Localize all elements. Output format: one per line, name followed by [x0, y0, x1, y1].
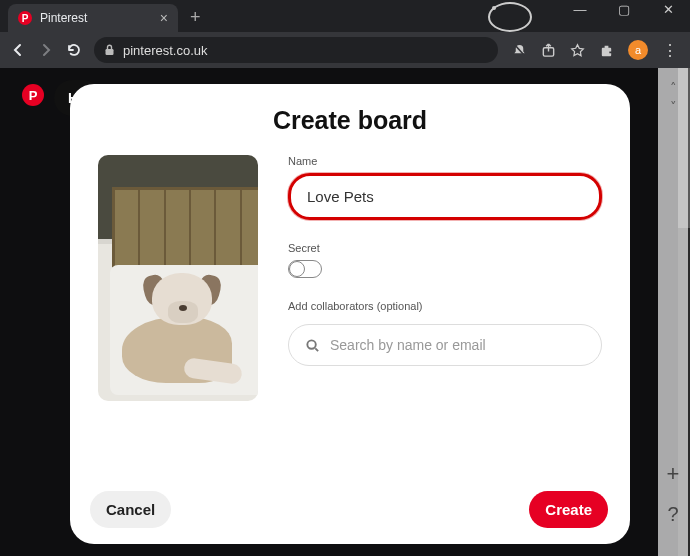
secret-label: Secret	[288, 242, 602, 254]
lock-icon	[104, 44, 115, 56]
tab-title: Pinterest	[40, 11, 87, 25]
chevron-up-icon[interactable]: ˄	[670, 80, 677, 95]
url-field[interactable]: pinterest.co.uk	[94, 37, 498, 63]
toggle-knob	[289, 261, 305, 277]
svg-line-4	[315, 348, 318, 351]
pinterest-logo[interactable]: P	[22, 84, 44, 106]
collaborator-search[interactable]	[288, 324, 602, 366]
secret-toggle[interactable]	[288, 260, 322, 278]
create-board-form: Name Secret Add collaborators (optional)	[288, 155, 602, 401]
collaborators-label: Add collaborators (optional)	[288, 300, 602, 312]
board-name-input[interactable]	[288, 173, 602, 220]
search-icon	[305, 338, 320, 353]
cancel-button[interactable]: Cancel	[90, 491, 171, 528]
minimize-button[interactable]: ―	[558, 0, 602, 24]
page-content: P Ho ˄ ˅ + ? Create board Name	[0, 68, 690, 556]
back-button[interactable]	[10, 42, 26, 58]
name-label: Name	[288, 155, 602, 167]
browser-menu-icon[interactable]: ⋮	[662, 41, 678, 60]
svg-point-3	[307, 340, 315, 348]
help-button[interactable]: ?	[667, 503, 678, 526]
close-tab-icon[interactable]: ×	[160, 10, 168, 26]
chevron-down-icon[interactable]: ˅	[670, 99, 677, 114]
bookmark-star-icon[interactable]	[570, 43, 585, 58]
window-controls: ― ▢ ✕	[488, 0, 690, 32]
browser-tab-pinterest[interactable]: P Pinterest ×	[8, 4, 178, 32]
extensions-icon[interactable]	[599, 43, 614, 58]
create-button[interactable]: Create	[529, 491, 608, 528]
tab-recording-icon	[488, 2, 532, 32]
address-bar: pinterest.co.uk a ⋮	[0, 32, 690, 68]
notifications-icon[interactable]	[512, 43, 527, 58]
svg-rect-0	[106, 49, 114, 55]
collaborator-search-input[interactable]	[330, 337, 585, 353]
maximize-button[interactable]: ▢	[602, 0, 646, 24]
share-icon[interactable]	[541, 43, 556, 58]
close-window-button[interactable]: ✕	[646, 0, 690, 24]
tab-strip: P Pinterest × +	[0, 3, 213, 32]
forward-button[interactable]	[38, 42, 54, 58]
pinterest-favicon: P	[18, 11, 32, 25]
url-text: pinterest.co.uk	[123, 43, 208, 58]
add-button[interactable]: +	[667, 461, 680, 487]
profile-avatar[interactable]: a	[628, 40, 648, 60]
right-rail: ˄ ˅ + ?	[658, 68, 688, 556]
window-titlebar: P Pinterest × + ― ▢ ✕	[0, 0, 690, 32]
create-board-modal: Create board Name Secret	[70, 84, 630, 544]
modal-title: Create board	[98, 106, 602, 135]
pin-preview-image	[98, 155, 258, 401]
reload-button[interactable]	[66, 42, 82, 58]
new-tab-button[interactable]: +	[178, 3, 213, 32]
